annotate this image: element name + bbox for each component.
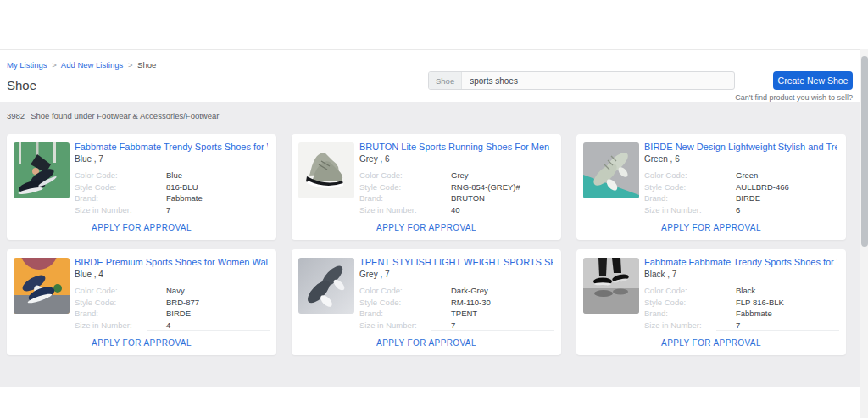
field-label-style-code: Style Code: — [644, 181, 736, 193]
field-value-size: 7 — [166, 204, 170, 216]
field-label-color-code: Color Code: — [359, 170, 451, 181]
product-title-link[interactable]: Fabbmate Fabbmate Trendy Sports Shoes fo… — [75, 141, 268, 153]
field-label-size: Size in Number: — [75, 204, 166, 216]
field-value-size: 4 — [166, 320, 170, 332]
search-category-prefix: Shoe — [429, 72, 462, 89]
field-label-brand: Brand: — [75, 308, 166, 320]
product-variant: Blue , 4 — [75, 269, 268, 280]
apply-for-approval-link[interactable]: APPLY FOR APPROVAL — [92, 338, 192, 348]
field-label-style-code: Style Code: — [75, 181, 166, 193]
product-title-link[interactable]: Fabbmate Fabbmate Trendy Sports Shoes fo… — [644, 256, 837, 268]
product-image — [298, 142, 354, 198]
product-image — [583, 258, 639, 314]
results-summary: 3982Shoe found under Footwear & Accessor… — [7, 111, 219, 120]
field-value-style-code: RNG-854-(GREY)# — [451, 181, 520, 193]
field-label-style-code: Style Code: — [359, 297, 451, 309]
product-card: BIRDE New Design Lightweight Stylish and… — [576, 134, 846, 240]
apply-for-approval-link[interactable]: APPLY FOR APPROVAL — [661, 338, 761, 348]
scrollbar-track[interactable] — [860, 49, 868, 418]
field-value-size: 7 — [736, 320, 740, 332]
breadcrumb-separator: > — [52, 60, 57, 70]
field-value-style-code: FLP 816-BLK — [736, 297, 784, 309]
product-card: TPENT STYLISH LIGHT WEIGHT SPORTS SHOES … — [292, 249, 561, 355]
field-label-size: Size in Number: — [644, 204, 736, 216]
field-value-brand: BIRDE — [736, 192, 760, 204]
field-label-size: Size in Number: — [644, 320, 736, 332]
field-label-style-code: Style Code: — [359, 181, 451, 193]
product-image — [298, 258, 354, 314]
product-title-link[interactable]: BRUTON Lite Sports Running Shoes For Men — [359, 141, 553, 153]
scrollbar-thumb[interactable] — [861, 56, 868, 247]
field-value-brand: Fabbmate — [166, 192, 203, 204]
apply-for-approval-link[interactable]: APPLY FOR APPROVAL — [376, 338, 476, 348]
field-value-size: 7 — [451, 320, 455, 332]
field-label-color-code: Color Code: — [75, 170, 166, 181]
product-image — [583, 142, 639, 198]
breadcrumb: My Listings > Add New Listings > Shoe — [7, 60, 156, 70]
field-value-style-code: RM-110-30 — [451, 297, 491, 309]
page-title: Shoe — [7, 78, 36, 92]
results-area: 3982Shoe found under Footwear & Accessor… — [0, 102, 860, 387]
field-value-style-code: AULLBRD-466 — [736, 181, 789, 193]
field-label-color-code: Color Code: — [644, 285, 736, 297]
product-card: Fabbmate Fabbmate Trendy Sports Shoes fo… — [576, 249, 846, 355]
product-variant: Green , 6 — [644, 153, 837, 164]
header-divider — [0, 49, 860, 50]
apply-for-approval-link[interactable]: APPLY FOR APPROVAL — [661, 223, 761, 232]
product-title-link[interactable]: TPENT STYLISH LIGHT WEIGHT SPORTS SHOES … — [359, 256, 553, 268]
helper-text: Can't find product you wish to sell? — [598, 93, 853, 102]
field-label-color-code: Color Code: — [359, 285, 451, 297]
field-value-style-code: BRD-877 — [166, 297, 199, 309]
field-value-brand: Fabbmate — [736, 308, 772, 320]
field-value-color-code: Grey — [451, 170, 469, 181]
product-image — [14, 258, 70, 314]
field-label-brand: Brand: — [644, 192, 736, 204]
breadcrumb-current: Shoe — [137, 60, 156, 70]
field-value-size: 6 — [736, 204, 740, 216]
field-value-brand: TPENT — [451, 308, 477, 320]
field-label-color-code: Color Code: — [644, 170, 736, 181]
field-label-brand: Brand: — [359, 308, 451, 320]
field-value-color-code: Navy — [166, 285, 185, 297]
product-title-link[interactable]: BIRDE New Design Lightweight Stylish and… — [644, 141, 837, 153]
field-label-brand: Brand: — [359, 192, 451, 204]
product-variant: Grey , 7 — [359, 269, 553, 280]
field-value-color-code: Blue — [166, 170, 182, 181]
search-input[interactable] — [462, 72, 734, 89]
breadcrumb-my-listings[interactable]: My Listings — [7, 60, 47, 70]
product-variant: Blue , 7 — [75, 153, 268, 164]
field-value-color-code: Dark-Grey — [451, 285, 488, 297]
catalog-upload-page: My Listings > Add New Listings > Shoe Sh… — [0, 0, 868, 418]
field-value-color-code: Black — [736, 285, 755, 297]
results-count: 3982 — [7, 111, 25, 120]
field-label-size: Size in Number: — [359, 204, 451, 216]
product-variant: Grey , 6 — [359, 153, 553, 164]
search-bar: Shoe — [428, 71, 735, 90]
field-label-color-code: Color Code: — [75, 285, 166, 297]
field-label-size: Size in Number: — [359, 320, 451, 332]
product-card: BRUTON Lite Sports Running Shoes For Men… — [292, 134, 561, 240]
field-label-style-code: Style Code: — [644, 297, 736, 309]
results-text: Shoe found under Footwear & Accessories/… — [31, 111, 219, 120]
product-image — [14, 142, 70, 198]
field-value-color-code: Green — [736, 170, 758, 181]
breadcrumb-add-new-listings[interactable]: Add New Listings — [61, 60, 123, 70]
product-variant: Black , 7 — [644, 269, 837, 280]
field-label-size: Size in Number: — [75, 320, 166, 332]
field-value-brand: BRUTON — [451, 192, 485, 204]
breadcrumb-separator: > — [128, 60, 133, 70]
field-label-style-code: Style Code: — [75, 297, 166, 309]
apply-for-approval-link[interactable]: APPLY FOR APPROVAL — [376, 223, 476, 232]
apply-for-approval-link[interactable]: APPLY FOR APPROVAL — [92, 223, 192, 232]
field-label-brand: Brand: — [75, 192, 166, 204]
field-value-style-code: 816-BLU — [166, 181, 198, 193]
field-value-size: 40 — [451, 204, 460, 216]
product-card: Fabbmate Fabbmate Trendy Sports Shoes fo… — [7, 134, 276, 240]
product-title-link[interactable]: BIRDE Premium Sports Shoes for Women Wal… — [75, 256, 268, 268]
product-grid: Fabbmate Fabbmate Trendy Sports Shoes fo… — [7, 134, 846, 355]
product-card: BIRDE Premium Sports Shoes for Women Wal… — [7, 249, 276, 355]
field-value-brand: BIRDE — [166, 308, 191, 320]
field-label-brand: Brand: — [644, 308, 736, 320]
create-new-shoe-button[interactable]: Create New Shoe — [773, 71, 853, 90]
